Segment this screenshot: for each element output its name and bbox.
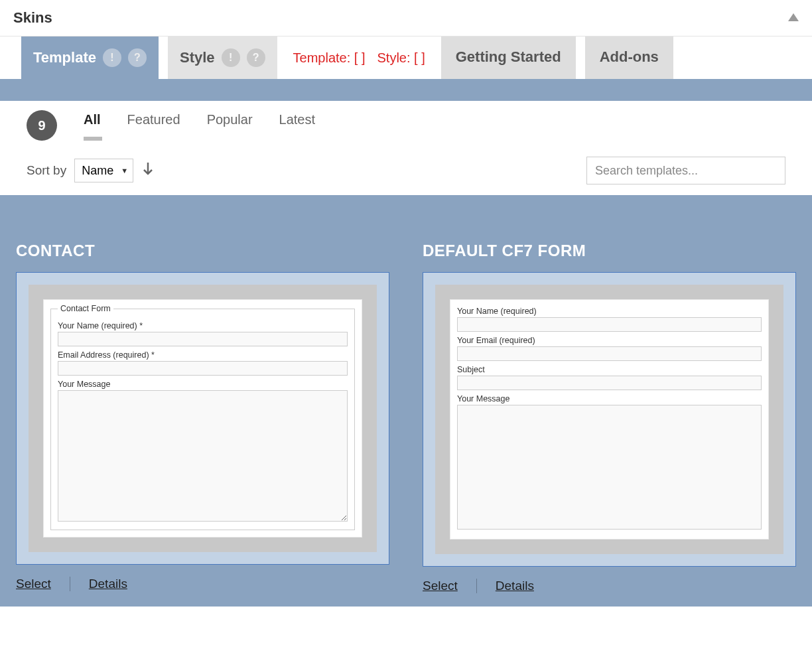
panel-title: Skins (13, 9, 52, 27)
field-label: Your Name (required) (457, 307, 762, 316)
field-label: Subject (457, 365, 762, 374)
form-preview: Your Name (required) Your Email (require… (450, 299, 769, 539)
template-preview: Contact Form Your Name (required) * Emai… (29, 285, 377, 552)
status-template: Template: [ ] (293, 50, 366, 66)
info-icon[interactable]: ! (222, 48, 240, 67)
svg-marker-0 (788, 13, 799, 21)
card-actions: Select Details (16, 577, 389, 591)
tab-style[interactable]: Style ! ? (168, 36, 277, 79)
field-label: Your Email (required) (457, 336, 762, 345)
sort-row: Sort by Name (27, 157, 785, 184)
form-fieldset: Contact Form Your Name (required) * Emai… (50, 304, 355, 530)
template-title: CONTACT (16, 242, 389, 260)
tab-addons[interactable]: Add-ons (585, 36, 673, 79)
tab-template[interactable]: Template ! ? (21, 36, 159, 79)
template-item: CONTACT Contact Form Your Name (required… (16, 242, 389, 593)
filter-tab-popular[interactable]: Popular (207, 112, 253, 139)
filter-panel: 9 All Featured Popular Latest Sort by Na… (13, 101, 799, 195)
template-item: DEFAULT CF7 FORM Your Name (required) Yo… (423, 242, 796, 593)
select-link[interactable]: Select (16, 577, 70, 591)
template-preview: Your Name (required) Your Email (require… (435, 285, 783, 554)
form-legend: Contact Form (58, 304, 113, 313)
template-card[interactable]: Your Name (required) Your Email (require… (423, 272, 796, 567)
field-label: Email Address (required) * (58, 350, 348, 360)
field-textarea (58, 390, 348, 522)
count-badge: 9 (27, 110, 57, 141)
sort-select[interactable]: Name (74, 159, 133, 182)
sort-label: Sort by (27, 163, 66, 178)
details-link[interactable]: Details (476, 579, 553, 593)
template-title: DEFAULT CF7 FORM (423, 242, 796, 260)
filter-tabs: 9 All Featured Popular Latest (27, 110, 785, 141)
tabs-row: Template ! ? Style ! ? Template: [ ] Sty… (0, 36, 812, 79)
select-link[interactable]: Select (423, 579, 476, 593)
form-preview: Contact Form Your Name (required) * Emai… (43, 299, 362, 538)
help-icon[interactable]: ? (128, 48, 147, 67)
filter-tab-latest[interactable]: Latest (279, 112, 315, 139)
tab-getting-started[interactable]: Getting Started (441, 36, 576, 79)
field-label: Your Name (required) * (58, 321, 348, 330)
field-label: Your Message (457, 394, 762, 403)
collapse-toggle-icon[interactable] (788, 12, 799, 24)
tab-template-label: Template (33, 49, 96, 66)
card-actions: Select Details (423, 579, 796, 593)
field-input (457, 376, 762, 390)
field-label: Your Message (58, 380, 348, 389)
field-input (58, 361, 348, 376)
sort-direction-icon[interactable] (141, 161, 155, 180)
field-input (457, 346, 762, 361)
info-icon[interactable]: ! (103, 48, 121, 67)
divider-bar (0, 79, 812, 101)
filter-tab-featured[interactable]: Featured (127, 112, 180, 139)
tab-style-label: Style (180, 49, 215, 66)
search-input[interactable] (586, 157, 785, 184)
status-style: Style: [ ] (377, 50, 425, 66)
status-group: Template: [ ] Style: [ ] (287, 36, 432, 79)
panel-header: Skins (0, 0, 812, 36)
template-card[interactable]: Contact Form Your Name (required) * Emai… (16, 272, 389, 565)
template-grid: CONTACT Contact Form Your Name (required… (0, 195, 812, 607)
help-icon[interactable]: ? (247, 48, 265, 67)
filter-tab-all[interactable]: All (84, 112, 101, 139)
field-textarea (457, 405, 762, 530)
field-input (58, 332, 348, 346)
field-input (457, 317, 762, 332)
details-link[interactable]: Details (70, 577, 146, 591)
